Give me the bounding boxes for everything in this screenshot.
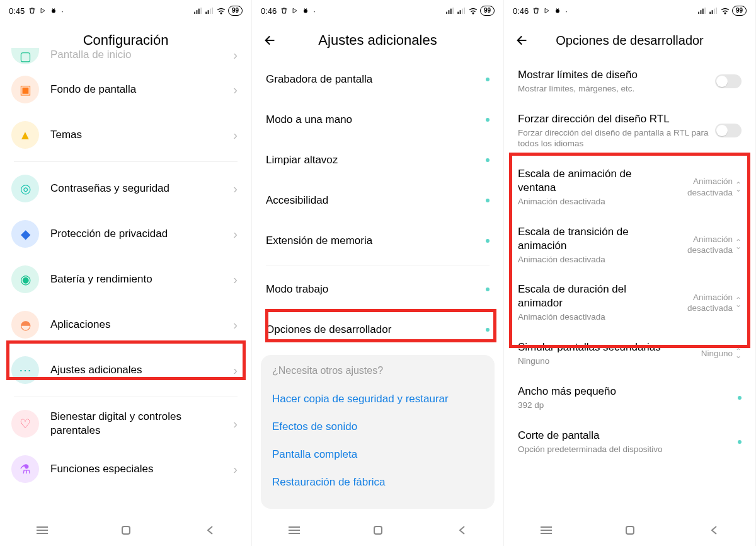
indicator-dot (486, 78, 490, 81)
settings-row-privacy[interactable]: ◆ Protección de privacidad › (0, 211, 251, 257)
svg-rect-31 (702, 9, 704, 14)
row-smallest-width[interactable]: Ancho más pequeño 392 dp (504, 376, 755, 420)
updown-icon: ⌃⌄ (735, 298, 742, 307)
row-work-mode[interactable]: Modo trabajo (252, 269, 503, 310)
svg-rect-30 (701, 10, 702, 14)
svg-rect-19 (457, 12, 459, 14)
settings-row-themes[interactable]: ▲ Temas › (0, 112, 251, 158)
chevron-right-icon: › (233, 128, 238, 142)
chevron-right-icon: › (233, 272, 238, 287)
settings-row-additional[interactable]: ⋯ Ajustes adicionales › (0, 347, 251, 393)
chevron-right-icon: › (233, 417, 238, 431)
navigation-bar (0, 514, 251, 546)
toggle-switch[interactable] (715, 124, 742, 137)
suggestion-link-factory[interactable]: Restauración de fábrica (272, 468, 483, 496)
settings-row-apps[interactable]: ◓ Aplicaciones › (0, 302, 251, 347)
bug-icon (302, 7, 309, 15)
wifi-icon (469, 8, 478, 15)
indicator-dot (738, 440, 742, 444)
signal-icon-2 (205, 8, 214, 14)
row-show-layout-bounds[interactable]: Mostrar límites de diseño Mostrar límite… (504, 59, 755, 103)
screen-additional-settings: 0:46 · 99 Ajustes adicionales Grabadora … (252, 0, 504, 546)
svg-rect-2 (197, 10, 198, 14)
svg-rect-22 (464, 8, 465, 14)
svg-point-14 (304, 9, 307, 13)
navigation-bar (252, 514, 503, 546)
row-display-cutout[interactable]: Corte de pantalla Opción predeterminada … (504, 420, 755, 464)
status-dot: · (565, 6, 568, 16)
status-time: 0:46 (513, 6, 529, 16)
toggle-switch[interactable] (715, 74, 742, 88)
settings-row-home-cut[interactable]: ▢ Pantalla de inicio › (0, 48, 251, 67)
nav-back-button[interactable] (454, 523, 469, 538)
suggestion-card: ¿Necesita otros ajustes? Hacer copia de … (261, 355, 495, 509)
row-screen-recorder[interactable]: Grabadora de pantalla (252, 59, 503, 100)
trash-icon (532, 7, 540, 15)
svg-rect-8 (212, 8, 213, 14)
home-icon: ▢ (11, 48, 39, 64)
row-accessibility[interactable]: Accesibilidad (252, 180, 503, 221)
updown-icon: ⌃⌄ (735, 183, 742, 192)
row-force-rtl[interactable]: Forzar dirección del diseño RTL Forzar d… (504, 103, 755, 158)
row-memory-extension[interactable]: Extensión de memoria (252, 221, 503, 261)
back-button[interactable] (515, 33, 536, 47)
row-simulate-secondary[interactable]: Simular pantallas secundarias Ninguno Ni… (504, 332, 755, 376)
navigation-bar (504, 514, 755, 546)
updown-icon: ⌃⌄ (735, 349, 742, 358)
svg-rect-27 (374, 526, 382, 534)
svg-rect-13 (122, 526, 130, 534)
battery-level: 99 (480, 6, 495, 16)
back-button[interactable] (263, 33, 284, 47)
row-clean-speaker[interactable]: Limpiar altavoz (252, 140, 503, 180)
settings-row-wellbeing[interactable]: ♡ Bienestar digital y controles parental… (0, 401, 251, 446)
theme-icon: ▲ (11, 121, 39, 149)
status-time: 0:45 (9, 6, 25, 16)
play-icon (292, 8, 298, 14)
battery-level: 99 (732, 6, 747, 16)
suggestion-link-fullscreen[interactable]: Pantalla completa (272, 441, 483, 468)
svg-rect-36 (716, 8, 717, 14)
divider (266, 265, 490, 265)
play-icon (40, 8, 46, 14)
nav-recent-button[interactable] (287, 523, 302, 538)
settings-row-wallpaper[interactable]: ▣ Fondo de pantalla › (0, 67, 251, 112)
value-picker[interactable]: Ninguno ⌃⌄ (701, 348, 742, 359)
nav-recent-button[interactable] (539, 523, 554, 538)
value-picker[interactable]: Animación desactivada ⌃⌄ (676, 176, 742, 198)
settings-row-special[interactable]: ⚗ Funciones especiales › (0, 446, 251, 492)
chevron-right-icon: › (233, 462, 238, 477)
suggestion-link-backup[interactable]: Hacer copia de seguridad y restaurar (272, 385, 483, 413)
nav-recent-button[interactable] (35, 523, 50, 538)
row-window-animation-scale[interactable]: Escala de animación de ventana Animación… (504, 158, 755, 216)
value-picker[interactable]: Animación desactivada ⌃⌄ (676, 234, 742, 256)
svg-rect-7 (210, 9, 211, 14)
indicator-dot (486, 288, 490, 291)
suggestion-link-sound[interactable]: Efectos de sonido (272, 413, 483, 441)
chevron-right-icon: › (233, 363, 238, 378)
svg-rect-21 (462, 9, 463, 14)
status-dot: · (313, 6, 316, 16)
divider (14, 397, 238, 397)
status-bar: 0:45 · 99 (0, 0, 251, 21)
settings-row-battery[interactable]: ◉ Batería y rendimiento › (0, 257, 251, 302)
indicator-dot (738, 396, 742, 400)
svg-rect-34 (712, 10, 713, 14)
svg-point-23 (472, 13, 474, 14)
indicator-dot (486, 118, 490, 122)
svg-point-9 (220, 13, 222, 14)
settings-row-security[interactable]: ◎ Contraseñas y seguridad › (0, 166, 251, 211)
nav-back-button[interactable] (202, 523, 217, 538)
play-icon (544, 8, 550, 14)
nav-home-button[interactable] (622, 523, 638, 538)
nav-home-button[interactable] (370, 523, 386, 538)
chevron-right-icon: › (233, 83, 238, 97)
svg-rect-1 (194, 12, 195, 14)
row-animator-duration-scale[interactable]: Escala de duración del animador Animació… (504, 274, 755, 332)
row-one-hand[interactable]: Modo a una mano (252, 100, 503, 140)
row-developer-options[interactable]: Opciones de desarrollador (252, 310, 503, 350)
page-title: Ajustes adicionales (284, 32, 472, 49)
value-picker[interactable]: Animación desactivada ⌃⌄ (676, 292, 742, 314)
nav-home-button[interactable] (118, 523, 134, 538)
nav-back-button[interactable] (706, 523, 721, 538)
row-transition-animation-scale[interactable]: Escala de transición de animación Animac… (504, 216, 755, 274)
